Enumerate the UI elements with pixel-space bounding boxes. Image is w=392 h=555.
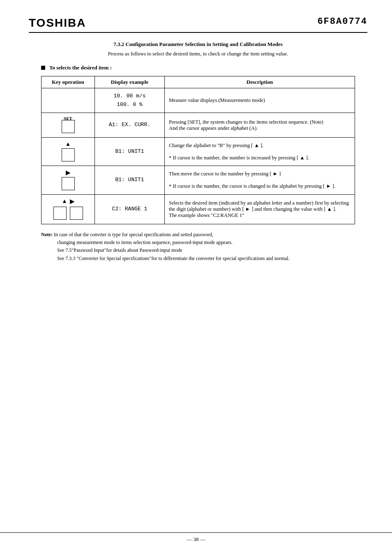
table-row: 10. 00 m/s 100. 0 % Measure value displa…: [42, 88, 355, 113]
display-value-5: C2: RANGE 1: [99, 205, 160, 214]
up-arrow-icon-2: ▲: [62, 198, 67, 205]
desc-up: Change the alphabet to "B" by pressing […: [165, 138, 355, 166]
header: TOSHIBA 6F8A0774: [29, 16, 367, 33]
col-display-example: Display example: [95, 76, 165, 88]
main-content: 7.3.2 Configuration Parameter Selection …: [29, 41, 367, 263]
desc-set: Pressing [SET], the system changes to th…: [165, 113, 355, 138]
display-set: A1: EX. CURR.: [95, 113, 165, 138]
right-arrow-icon: ▶: [66, 169, 70, 176]
display-value-1: 10. 00 m/s 100. 0 %: [99, 92, 160, 109]
table-row: ▶ B1: UNIT1 Then move the cursor to the …: [42, 166, 355, 195]
subsection-label: To selects the desired item :: [41, 64, 355, 71]
up-key-button: [62, 148, 75, 161]
company-logo: TOSHIBA: [29, 16, 86, 30]
desc-up-right: Selects the desired item (indicated by a…: [165, 195, 355, 224]
table-header-row: Key operation Display example Descriptio…: [42, 76, 355, 88]
note-title: Note:: [41, 232, 54, 237]
footer: — 38 —: [0, 532, 392, 543]
up-key-button-2: [53, 207, 67, 220]
display-value-4: B1: UNIT1: [99, 176, 160, 184]
display-up: B1: UNIT1: [95, 138, 165, 166]
up-arrow-icon: ▲: [65, 141, 71, 147]
section-title: 7.3.2 Configuration Parameter Selection …: [41, 41, 355, 48]
right-key-button-2: [70, 207, 83, 220]
note-text-3: See 7.5"Password Input"for details about…: [57, 247, 182, 253]
key-op-set: SET: [42, 113, 95, 138]
page: TOSHIBA 6F8A0774 7.3.2 Configuration Par…: [0, 0, 392, 555]
display-measure: 10. 00 m/s 100. 0 %: [95, 88, 165, 113]
display-right: B1: UNIT1: [95, 166, 165, 195]
key-op-up: ▲: [42, 138, 95, 166]
main-table: Key operation Display example Descriptio…: [41, 76, 355, 224]
set-key-button: [62, 120, 75, 133]
arrow-row: ▲ ▶: [62, 198, 74, 205]
desc-right: Then move the cursor to the number by pr…: [165, 166, 355, 195]
col-key-operation: Key operation: [42, 76, 95, 88]
right-key-button: [62, 177, 75, 190]
table-row: SET A1: EX. CURR. Pressing [SET], the sy…: [42, 113, 355, 138]
note-section: Note: In case of that the convrter is ty…: [41, 231, 355, 263]
button-row: [53, 206, 84, 221]
note-text-2: changing measurement mode to items selec…: [57, 240, 233, 245]
set-key-group: SET: [46, 116, 90, 134]
right-key-group: ▶: [46, 169, 90, 191]
page-number: — 38 —: [187, 536, 205, 542]
table-row: ▲ B1: UNIT1 Change the alphabet to "B" b…: [42, 138, 355, 166]
key-op-empty: [42, 88, 95, 113]
display-value-2: A1: EX. CURR.: [99, 121, 160, 129]
display-up-right: C2: RANGE 1: [95, 195, 165, 224]
note-text-4: See 7.3.3 "Converter for Special specifi…: [57, 256, 290, 261]
key-op-right: ▶: [42, 166, 95, 195]
up-right-key-group: ▲ ▶: [46, 198, 90, 221]
desc-measure: Measure value displays.(Measuremento mod…: [165, 88, 355, 113]
display-value-3: B1: UNIT1: [99, 147, 160, 156]
key-op-up-right: ▲ ▶: [42, 195, 95, 224]
right-arrow-icon-2: ▶: [70, 198, 74, 205]
up-key-group: ▲: [46, 141, 90, 162]
bullet-icon: [41, 66, 45, 70]
note-text-1: In case of that the convrter is type for…: [54, 232, 213, 237]
section-intro: Process as follows to select the desired…: [41, 51, 355, 57]
table-row: ▲ ▶ C2: RANGE 1 Selects the desired: [42, 195, 355, 224]
col-description: Description: [165, 76, 355, 88]
document-number: 6F8A0774: [317, 16, 367, 27]
